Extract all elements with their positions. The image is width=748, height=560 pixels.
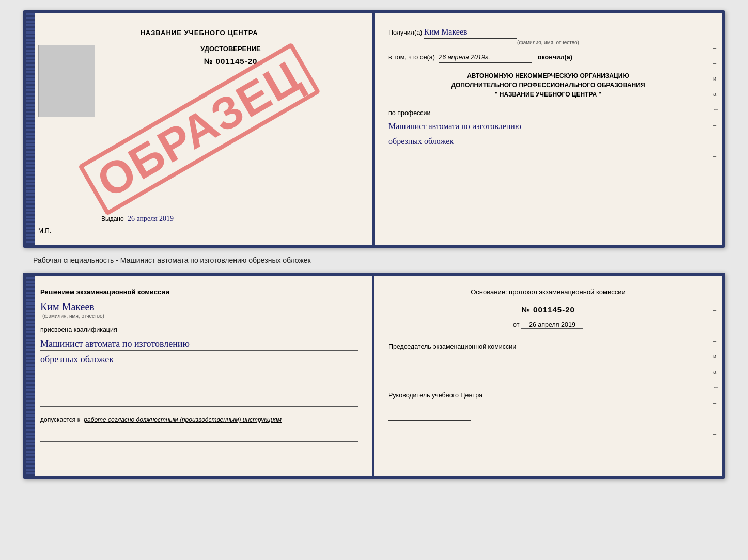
mp-label: М.П. [38,227,51,234]
bottom-document-spread: Решением экзаменационной комиссии Ким Ма… [23,273,725,479]
fio-label: (фамилия, имя, отчество) [388,39,708,46]
org-line2: ДОПОЛНИТЕЛЬНОГО ПРОФЕССИОНАЛЬНОГО ОБРАЗО… [388,81,708,90]
binding-strip-bottom [26,276,35,476]
school-head-block: Руководитель учебного Центра [388,392,708,423]
certificate-back-page: Получил(а) Ким Макеев – (фамилия, имя, о… [374,13,722,245]
org-line1: АВТОНОМНУЮ НЕКОММЕРЧЕСКУЮ ОРГАНИЗАЦИЮ [388,71,708,81]
person-name: Ким Макеев [40,301,95,312]
issued-label: Выдано [101,215,124,222]
top-document-spread: НАЗВАНИЕ УЧЕБНОГО ЦЕНТРА УДОСТОВЕРЕНИЕ №… [23,10,725,248]
org-line3: " НАЗВАНИЕ УЧЕБНОГО ЦЕНТРА " [388,90,708,99]
allowed-row: допускается к работе согласно должностны… [40,416,358,423]
org-block: АВТОНОМНУЮ НЕКОММЕРЧЕСКУЮ ОРГАНИЗАЦИЮ ДО… [388,71,708,99]
qualification-line1: Машинист автомата по изготовлению [40,339,358,351]
qualification-line2: обрезных обложек [40,354,358,366]
school-name-title: НАЗВАНИЕ УЧЕБНОГО ЦЕНТРА [140,29,258,37]
extra-line-1 [40,377,358,387]
assigned-label: присвоена квалификация [40,326,358,333]
recipient-name-field: Ким Макеев [424,26,517,39]
completed-date-field: 26 апреля 2019г. [439,53,532,63]
profession-row: по профессии Машинист автомата по изгото… [388,108,708,148]
school-head-signature [388,408,471,421]
insert-left-page: Решением экзаменационной комиссии Ким Ма… [26,276,374,476]
profession-line1-field: Машинист автомата по изготовлению [388,120,708,133]
protocol-date: 26 апреля 2019 [521,321,583,329]
protocol-date-row: от 26 апреля 2019 [388,321,708,329]
right-side-marks: – – и а ← – – – – [713,44,719,174]
extra-line-3 [40,431,358,442]
dash-spacer: – [523,29,526,36]
received-label: Получил(а) [388,29,422,36]
allowed-text: работе согласно должностным (производств… [84,416,282,423]
person-name-block: Ким Макеев (фамилия, имя, отчество) [40,301,358,319]
school-head-label: Руководитель учебного Центра [388,392,708,399]
certificate-text: УДОСТОВЕРЕНИЕ № 001145-20 Выдано 26 апре… [101,45,360,223]
in-that-row: в том, что он(а) 26 апреля 2019г. окончи… [388,53,708,63]
basis-label: Основание: протокол экзаменационной коми… [388,288,708,296]
certificate-body: УДОСТОВЕРЕНИЕ № 001145-20 Выдано 26 апре… [38,45,360,223]
commission-chair-block: Председатель экзаменационной комиссии [388,343,708,374]
photo-placeholder [38,45,95,117]
bottom-right-side-marks: – – – и а ← – – – – [713,307,719,452]
commission-chair-signature [388,360,471,372]
qualification-block: Машинист автомата по изготовлению обрезн… [40,339,358,366]
specialty-caption: Рабочая специальность - Машинист автомат… [33,256,311,264]
person-name-field: Ким Макеев [40,301,95,313]
certificate-front-page: НАЗВАНИЕ УЧЕБНОГО ЦЕНТРА УДОСТОВЕРЕНИЕ №… [26,13,374,245]
date-label: от [513,321,519,328]
commission-chair-label: Председатель экзаменационной комиссии [388,343,708,350]
allowed-label: допускается к [40,416,80,423]
completed-label: окончил(а) [538,54,572,61]
cert-type-label: УДОСТОВЕРЕНИЕ [101,45,360,53]
completed-date: 26 апреля 2019г. [439,54,490,61]
decision-label: Решением экзаменационной комиссии [40,288,358,296]
in-that-label: в том, что он(а) [388,54,435,61]
recipient-name: Ким Макеев [424,27,467,36]
cert-number: № 001145-20 [101,57,360,66]
issued-date: 26 апреля 2019 [128,215,174,222]
profession-label: по профессии [388,108,708,118]
fio-label-bottom: (фамилия, имя, отчество) [40,313,358,319]
profession-line2-field: обрезных обложек [388,135,708,148]
cert-issued: Выдано 26 апреля 2019 [101,215,360,223]
protocol-number: № 001145-20 [388,305,708,314]
profession-line1: Машинист автомата по изготовлению [388,122,521,131]
profession-line2: обрезных обложек [388,137,454,146]
received-row: Получил(а) Ким Макеев – (фамилия, имя, о… [388,26,708,46]
extra-line-2 [40,396,358,407]
insert-right-page: Основание: протокол экзаменационной коми… [374,276,722,476]
